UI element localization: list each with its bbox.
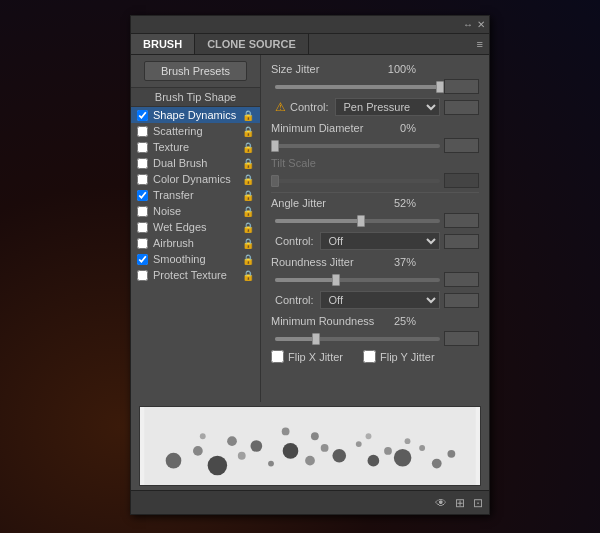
min-diameter-input[interactable]	[444, 138, 479, 153]
brush-preview-area	[139, 406, 481, 486]
lock-icon-4: 🔒	[242, 174, 254, 185]
brush-presets-button[interactable]: Brush Presets	[144, 61, 247, 81]
panel-menu-icon[interactable]: ≡	[471, 34, 489, 54]
lock-icon-6: 🔒	[242, 206, 254, 217]
svg-point-3	[208, 456, 228, 476]
flip-row: Flip X Jitter Flip Y Jitter	[271, 350, 479, 363]
bottom-toolbar: 👁 ⊞ ⊡	[131, 490, 489, 514]
brush-item-smoothing[interactable]: Smoothing 🔒	[131, 251, 260, 267]
svg-point-21	[227, 436, 237, 446]
noise-label: Noise	[153, 205, 181, 217]
shape-dynamics-checkbox[interactable]	[137, 110, 148, 121]
svg-point-1	[166, 453, 182, 469]
lock-icon-0: 🔒	[242, 110, 254, 121]
smoothing-checkbox[interactable]	[137, 254, 148, 265]
protect-texture-checkbox[interactable]	[137, 270, 148, 281]
brush-item-texture[interactable]: Texture 🔒	[131, 139, 260, 155]
svg-point-14	[394, 449, 412, 467]
main-content: Brush Presets Brush Tip Shape Shape Dyna…	[131, 55, 489, 402]
tilt-scale-label: Tilt Scale	[271, 157, 381, 169]
separator-1	[271, 192, 479, 193]
min-diameter-label: Minimum Diameter	[271, 122, 381, 134]
airbrush-checkbox[interactable]	[137, 238, 148, 249]
angle-control-select[interactable]: Off Fade Pen Pressure Initial Direction …	[320, 232, 440, 250]
min-roundness-label: Minimum Roundness	[271, 315, 381, 327]
angle-jitter-slider-row	[271, 213, 479, 228]
brush-item-wet-edges[interactable]: Wet Edges 🔒	[131, 219, 260, 235]
flip-y-label[interactable]: Flip Y Jitter	[363, 350, 435, 363]
size-jitter-row: Size Jitter 100%	[271, 63, 479, 75]
roundness-control-select[interactable]: Off Fade Pen Pressure Pen Tilt	[320, 291, 440, 309]
roundness-jitter-input[interactable]	[444, 272, 479, 287]
lock-icon-7: 🔒	[242, 222, 254, 233]
shape-dynamics-label: Shape Dynamics	[153, 109, 236, 121]
svg-point-10	[332, 449, 346, 463]
brush-item-noise[interactable]: Noise 🔒	[131, 203, 260, 219]
flip-x-label[interactable]: Flip X Jitter	[271, 350, 343, 363]
svg-point-16	[432, 459, 442, 469]
lock-icon-2: 🔒	[242, 142, 254, 153]
size-control-input[interactable]	[444, 100, 479, 115]
tip-shape-header: Brush Tip Shape	[131, 87, 260, 107]
svg-point-20	[366, 433, 372, 439]
brush-item-airbrush[interactable]: Airbrush 🔒	[131, 235, 260, 251]
svg-point-13	[384, 447, 392, 455]
min-roundness-value: 25%	[381, 315, 416, 327]
roundness-control-input[interactable]	[444, 293, 479, 308]
brush-item-shape-dynamics[interactable]: Shape Dynamics 🔒	[131, 107, 260, 123]
eye-icon[interactable]: 👁	[435, 496, 447, 510]
wet-edges-checkbox[interactable]	[137, 222, 148, 233]
min-roundness-slider-row	[271, 331, 479, 346]
svg-point-8	[305, 456, 315, 466]
color-dynamics-checkbox[interactable]	[137, 174, 148, 185]
brush-item-protect-texture[interactable]: Protect Texture 🔒	[131, 267, 260, 283]
texture-checkbox[interactable]	[137, 142, 148, 153]
dual-brush-label: Dual Brush	[153, 157, 207, 169]
angle-control-row: Control: Off Fade Pen Pressure Initial D…	[271, 232, 479, 250]
texture-label: Texture	[153, 141, 189, 153]
tab-clone-source[interactable]: CLONE SOURCE	[195, 34, 309, 54]
brush-item-scattering[interactable]: Scattering 🔒	[131, 123, 260, 139]
resize-icon[interactable]: ↔	[463, 19, 473, 30]
angle-jitter-slider-container	[275, 217, 440, 225]
size-jitter-input[interactable]	[444, 79, 479, 94]
angle-jitter-value: 52%	[381, 197, 416, 209]
noise-checkbox[interactable]	[137, 206, 148, 217]
flip-y-checkbox[interactable]	[363, 350, 376, 363]
lock-icon-9: 🔒	[242, 254, 254, 265]
angle-jitter-label: Angle Jitter	[271, 197, 381, 209]
tilt-scale-slider-container	[275, 177, 440, 185]
roundness-control-row: Control: Off Fade Pen Pressure Pen Tilt	[271, 291, 479, 309]
min-diameter-row: Minimum Diameter 0%	[271, 122, 479, 134]
brush-item-transfer[interactable]: Transfer 🔒	[131, 187, 260, 203]
svg-point-4	[238, 452, 246, 460]
roundness-jitter-slider-row	[271, 272, 479, 287]
grid-icon[interactable]: ⊞	[455, 496, 465, 510]
svg-point-19	[282, 427, 290, 435]
transfer-checkbox[interactable]	[137, 190, 148, 201]
svg-point-6	[268, 461, 274, 467]
scattering-checkbox[interactable]	[137, 126, 148, 137]
brush-preview-svg	[140, 407, 480, 485]
tab-brush[interactable]: BRUSH	[131, 34, 195, 54]
angle-control-input[interactable]	[444, 234, 479, 249]
smoothing-label: Smoothing	[153, 253, 206, 265]
expand-icon[interactable]: ⊡	[473, 496, 483, 510]
svg-point-23	[405, 438, 411, 444]
angle-jitter-input[interactable]	[444, 213, 479, 228]
min-roundness-input[interactable]	[444, 331, 479, 346]
brush-item-color-dynamics[interactable]: Color Dynamics 🔒	[131, 171, 260, 187]
size-jitter-control-select[interactable]: Pen Pressure Off Fade Pen Tilt	[335, 98, 440, 116]
size-jitter-slider-container	[275, 83, 440, 91]
roundness-jitter-row: Roundness Jitter 37%	[271, 256, 479, 268]
flip-x-checkbox[interactable]	[271, 350, 284, 363]
brush-item-dual-brush[interactable]: Dual Brush 🔒	[131, 155, 260, 171]
svg-point-12	[368, 455, 380, 467]
panel-titlebar: ↔ ✕	[131, 16, 489, 34]
lock-icon-5: 🔒	[242, 190, 254, 201]
lock-icon-8: 🔒	[242, 238, 254, 249]
close-icon[interactable]: ✕	[477, 19, 485, 30]
svg-point-7	[283, 443, 299, 459]
left-panel: Brush Presets Brush Tip Shape Shape Dyna…	[131, 55, 261, 402]
dual-brush-checkbox[interactable]	[137, 158, 148, 169]
